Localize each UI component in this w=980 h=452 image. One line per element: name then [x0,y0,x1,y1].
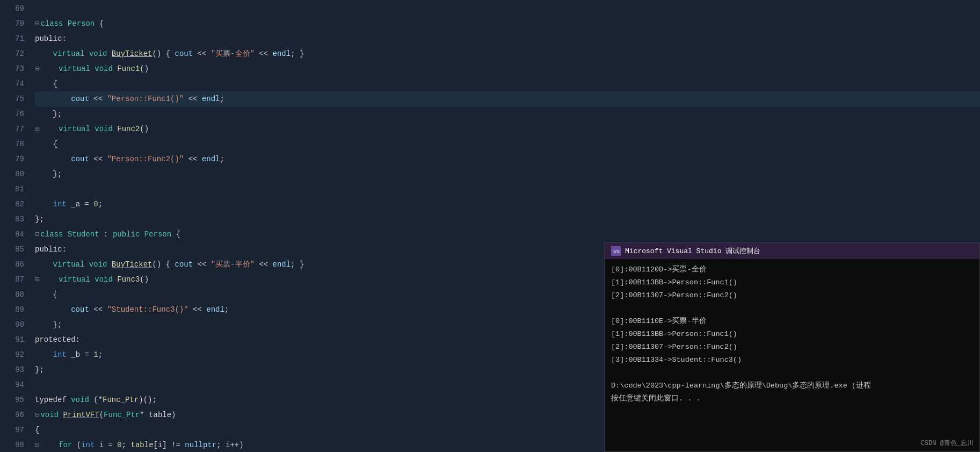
line-number: 78 [0,137,24,152]
line-number: 92 [0,347,24,362]
function-token: Func2 [117,121,140,137]
type-token: Func_Ptr [104,407,140,422]
plain-token [40,61,59,76]
fold-indicator[interactable]: ⊟ [35,61,39,76]
plain-token: << [188,302,207,317]
line-number: 85 [0,242,24,257]
debug-console: VS Microsoft Visual Studio 调试控制台 [0]:00B… [604,242,980,452]
plain-token [113,121,117,137]
plain-token: [i] != [154,437,185,452]
function-token: Func_Ptr [103,392,139,407]
class-token: Person [68,16,95,31]
fold-indicator[interactable]: ⊟ [35,272,39,287]
fold-indicator[interactable]: ⊟ [35,407,39,422]
macro-token: cout [175,46,193,61]
line-number: 81 [0,182,24,197]
code-line: cout << "Person::Func2()" << endl; [35,152,980,167]
keyword-token: for [59,437,72,452]
keyword-token: class [40,16,63,31]
plain-token: () { [152,46,175,61]
plain-token: }; [35,362,44,377]
string-token: "Person::Func1()" [107,91,184,106]
plain-token [84,46,89,61]
keyword-token: virtual [59,121,90,137]
fold-indicator[interactable]: ⊟ [35,121,39,137]
plain-token: << [184,91,202,106]
plain-token: () [140,61,149,76]
plain-token: )( [139,392,148,407]
plain-token [35,302,71,317]
code-line: cout << "Person::Func1()" << endl; [35,91,980,106]
line-number: 97 [0,422,24,437]
line-number: 89 [0,302,24,317]
code-line: ⊟ virtual void Func2() [35,121,980,137]
class-token: Person [144,227,171,242]
line-number: 84 [0,227,24,242]
macro-token: cout [71,91,89,106]
plain-token: { [95,16,104,31]
keyword-token: virtual [53,257,85,272]
plain-token [35,46,53,61]
keyword2-token: int [53,197,67,212]
macro-token: endl [273,46,291,61]
string-token: "买票-半价" [211,257,255,272]
plain-token: { [35,137,57,152]
line-number: 86 [0,257,24,272]
plain-token [35,197,53,212]
plain-token: << [193,46,211,61]
code-line [35,182,980,197]
code-line: ⊟class Student : public Person { [35,227,980,242]
plain-token: { [35,422,39,437]
plain-token: ; [224,302,229,317]
plain-token [40,437,59,452]
plain-token: () [140,272,149,287]
debug-title: Microsoft Visual Studio 调试控制台 [625,246,760,256]
plain-token: }; [35,212,44,227]
code-line: virtual void BuyTicket() { cout << "买票-全… [35,46,980,61]
macro-token: cout [175,257,193,272]
function-token: Func3 [117,272,140,287]
plain-token [90,61,95,76]
code-line: ⊟ virtual void Func1() [35,61,980,76]
plain-token: << [255,257,273,272]
line-number: 90 [0,317,24,332]
line-number: 79 [0,152,24,167]
line-number: 88 [0,287,24,302]
debug-output-line: [0]:00B1110E->买票-半价 [611,315,973,328]
plain-token: ; } [291,257,304,272]
line-number: 96 [0,407,24,422]
plain-token: }; [35,167,62,182]
number-token: 0 [93,197,98,212]
code-line: int _a = 0; [35,197,980,212]
plain-token: ; [98,197,103,212]
fold-indicator[interactable]: ⊟ [35,437,39,452]
plain-token [63,16,67,31]
plain-token [35,152,71,167]
plain-token: { [35,76,57,91]
debug-titlebar: VS Microsoft Visual Studio 调试控制台 [605,243,979,259]
keyword-token: void [40,407,59,422]
code-editor: 6970717273747576777879808182838485868788… [0,0,980,452]
plain-token: ( [99,407,104,422]
vs-icon: VS [611,246,621,256]
plain-token: }; [35,106,62,121]
code-line: }; [35,212,980,227]
line-number: 72 [0,46,24,61]
code-line [35,1,980,16]
fold-indicator[interactable]: ⊟ [35,227,39,242]
plain-token: ; [220,152,224,167]
plain-token: << [193,257,211,272]
code-line: }; [35,167,980,182]
plain-token [59,407,63,422]
keyword-token: void [71,392,89,407]
line-number: 74 [0,76,24,91]
plain-token: public: [35,242,67,257]
fold-indicator[interactable]: ⊟ [35,16,39,31]
class-token: Student [68,227,99,242]
line-number: 69 [0,1,24,16]
keyword2-token: int [53,347,67,362]
line-number: 70 [0,16,24,31]
line-numbers: 6970717273747576777879808182838485868788… [0,0,30,452]
plain-token: ; } [291,46,304,61]
line-number: 93 [0,362,24,377]
